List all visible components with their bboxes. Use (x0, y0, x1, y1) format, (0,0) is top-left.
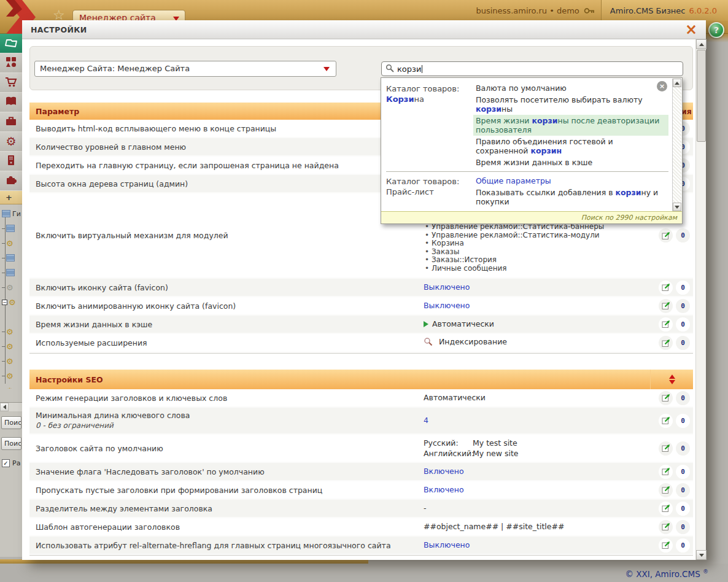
comments-count-badge[interactable]: 0 (676, 391, 690, 405)
help-button[interactable]: ? (708, 22, 724, 38)
comments-count-badge[interactable]: 0 (676, 281, 690, 295)
comments-count-badge[interactable]: 0 (676, 520, 690, 534)
tree-node[interactable]: ⚙ (0, 383, 22, 389)
sort-toggle-icon[interactable] (650, 370, 693, 389)
comments-count-badge[interactable]: 0 (676, 441, 690, 456)
close-icon[interactable]: × (685, 23, 697, 36)
tree-node[interactable] (0, 221, 22, 236)
suggest-scrollbar[interactable] (672, 79, 681, 211)
comments-count-badge[interactable]: 0 (676, 538, 690, 553)
add-page-tab[interactable]: + (0, 191, 22, 204)
suggest-item-highlighted[interactable]: Время жизни корзины после деавторизации … (473, 115, 668, 136)
product-version-tab: Amiro.CMS Бизнес 6.0.2.0 (601, 0, 728, 21)
edit-setting-button[interactable] (659, 281, 673, 295)
folder-icon (4, 36, 18, 51)
gear-page-icon: ⚙ (6, 343, 14, 351)
tree-horizontal-scrollbar[interactable] (0, 402, 22, 411)
suggest-item[interactable]: Показывать ссылки добавления в корзину и… (473, 187, 668, 208)
edit-setting-button[interactable] (659, 414, 673, 428)
edit-setting-button[interactable] (659, 391, 673, 405)
sidebar-item-modules[interactable] (0, 53, 22, 73)
checkbox-label: Ра (12, 459, 20, 467)
setting-value-link[interactable]: Включено (424, 485, 464, 494)
gear-page-icon: ⚙ (6, 284, 14, 292)
setting-value-link[interactable]: Включено (424, 467, 464, 476)
topbar-right-info: business.amiro.ru • demo Amiro.CMS Бизне… (476, 0, 728, 21)
scroll-down-icon[interactable] (673, 203, 681, 211)
scope-select[interactable]: Менеджер Сайта: Менеджер Сайта (34, 61, 336, 77)
scroll-down-icon[interactable] (696, 550, 707, 560)
suggest-item[interactable]: Правило объединения гостевой и сохраненн… (473, 136, 668, 157)
dialog-scrollbar[interactable] (695, 39, 706, 560)
edit-setting-button[interactable] (659, 299, 673, 313)
tree-root-node[interactable]: Ги (0, 206, 22, 221)
amiro-cms-screen: Менеджер сайта business.amiro.ru • demo … (0, 0, 728, 582)
comments-count-badge[interactable]: 0 (676, 465, 690, 479)
pages-tree: Ги ⚙ ⚙ ⚙ ⚙ ⚙ ⚙ ⚙ ⚙ (0, 204, 22, 389)
edit-setting-button[interactable] (659, 317, 673, 332)
sidebar-item-pages[interactable] (0, 34, 22, 53)
sidebar-item-extensions[interactable] (0, 171, 22, 191)
tree-node-expandable[interactable]: ⚙ (0, 295, 22, 309)
tree-node[interactable]: ⚙ (0, 280, 22, 295)
tree-node[interactable]: ⚙ (0, 354, 22, 368)
suggest-item[interactable]: Время жизни данных в кэше (473, 157, 668, 168)
tree-node[interactable]: ⚙ (0, 368, 22, 383)
setting-note: 0 - без ограничений (36, 421, 417, 430)
copyright-label: © XXI, Amiro.CMS ® (625, 568, 709, 579)
tree-node[interactable] (0, 265, 22, 280)
gear-page-icon: ⚙ (6, 357, 14, 365)
comments-count-badge[interactable]: 0 (676, 483, 690, 497)
checkbox-checked-icon[interactable] (2, 459, 10, 467)
gear-page-icon: ⚙ (9, 298, 16, 306)
sidebar-item-business[interactable] (0, 112, 22, 132)
suggest-item[interactable]: Валюта по умолчанию (473, 82, 668, 94)
table-row: Минимальная длина ключевого слова 0 - бе… (29, 408, 693, 435)
edit-setting-button[interactable] (659, 228, 673, 243)
tree-search-button-2[interactable]: Поиск (1, 437, 21, 450)
tree-node[interactable] (0, 250, 22, 265)
tree-node[interactable] (0, 309, 22, 324)
scroll-left-icon[interactable] (0, 403, 9, 411)
setting-value-link[interactable]: Выключено (424, 282, 470, 292)
comments-count-badge[interactable]: 0 (676, 502, 690, 516)
sidebar-item-settings[interactable]: ⚙ (0, 132, 22, 152)
comments-count-badge[interactable]: 0 (676, 414, 690, 428)
tree-node[interactable]: ⚙ (0, 236, 22, 250)
edit-setting-button[interactable] (659, 483, 673, 497)
collapse-icon[interactable] (2, 300, 7, 305)
tree-option-row: Ра (2, 459, 22, 467)
edit-setting-button[interactable] (659, 538, 673, 553)
tree-node[interactable]: ⚙ (0, 324, 22, 339)
scroll-up-icon[interactable] (696, 39, 707, 49)
scroll-up-icon[interactable] (673, 79, 681, 87)
comments-count-badge[interactable]: 0 (676, 317, 690, 332)
edit-setting-button[interactable] (659, 465, 673, 479)
sidebar-item-content[interactable] (0, 93, 22, 112)
suggest-item-link[interactable]: Общие параметры (473, 175, 668, 187)
product-name-label: Amiro.CMS Бизнес (610, 6, 686, 15)
settings-search-input[interactable]: корзи (381, 61, 683, 76)
list-icon (6, 225, 15, 232)
suggest-group-divider (386, 171, 668, 172)
suggest-item[interactable]: Позволять посетителю выбирать валюту кор… (473, 94, 668, 115)
list-icon (6, 269, 15, 276)
comments-count-badge[interactable]: 0 (676, 336, 690, 350)
setting-value-link[interactable]: Выключено (424, 301, 470, 310)
scrollbar-thumb[interactable] (697, 50, 706, 142)
list-icon (6, 254, 15, 262)
tree-search-button[interactable]: Поиск (1, 416, 21, 429)
sidebar-item-shop[interactable] (0, 73, 22, 93)
settings-dialog: НАСТРОЙКИ × Менеджер Сайта: Менеджер Сай… (22, 20, 706, 560)
setting-value-link[interactable]: Выключено (424, 540, 470, 549)
suggest-close-icon[interactable] (657, 81, 667, 91)
tree-node[interactable]: ⚙ (0, 339, 22, 354)
sidebar-item-system[interactable] (0, 152, 22, 171)
edit-setting-button[interactable] (659, 441, 673, 456)
edit-setting-button[interactable] (659, 336, 673, 350)
comments-count-badge[interactable]: 0 (676, 228, 690, 243)
comments-count-badge[interactable]: 0 (676, 299, 690, 313)
edit-setting-button[interactable] (659, 502, 673, 516)
edit-setting-button[interactable] (659, 520, 673, 534)
setting-value-link[interactable]: 4 (424, 416, 428, 425)
